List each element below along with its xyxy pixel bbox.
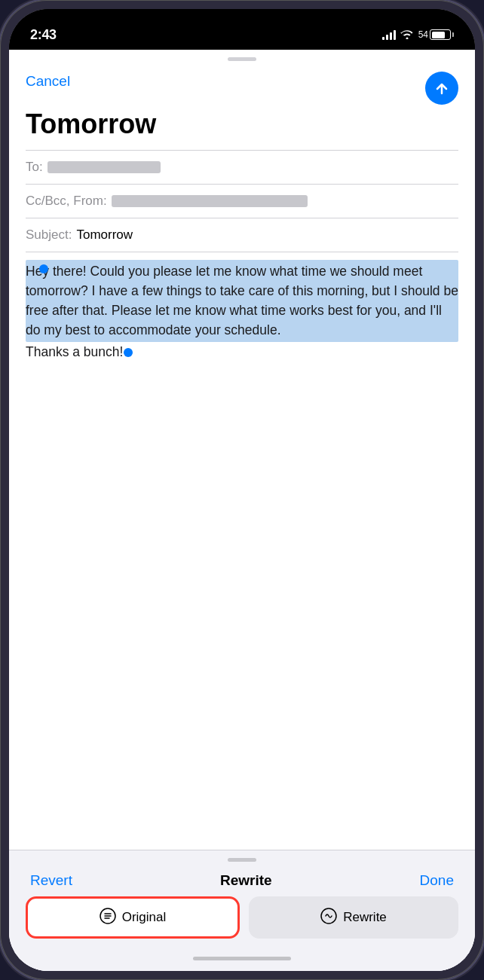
to-label: To:	[26, 160, 43, 175]
original-pill-label: Original	[122, 910, 167, 925]
phone-screen: 2:43	[9, 9, 475, 971]
done-button[interactable]: Done	[420, 872, 454, 889]
selected-text[interactable]: Hey there! Could you please let me know …	[26, 260, 458, 342]
cc-bcc-field-row: Cc/Bcc, From:	[9, 185, 475, 218]
rewrite-icon	[320, 908, 337, 928]
original-icon	[100, 908, 116, 928]
to-field-row: To:	[9, 151, 475, 184]
signal-icon	[382, 29, 396, 40]
sheet-handle	[9, 50, 475, 67]
center-rewrite-label: Rewrite	[220, 872, 272, 889]
status-time: 2:43	[30, 27, 57, 43]
cc-bcc-recipient-placeholder[interactable]	[112, 195, 308, 207]
email-app: Cancel Tomorrow To:	[9, 50, 475, 971]
rewrite-pill-label: Rewrite	[343, 910, 387, 925]
email-body[interactable]: Hey there! Could you please let me know …	[9, 252, 475, 555]
normal-text[interactable]: Thanks a bunch!	[26, 344, 123, 359]
status-icons: 54	[382, 29, 454, 41]
selection-cursor-top	[39, 264, 48, 273]
email-header: Cancel Tomorrow	[9, 67, 475, 150]
home-indicator	[9, 951, 475, 971]
pill-buttons-row: Original Rewrite	[9, 896, 475, 951]
battery-icon: 54	[418, 29, 454, 40]
revert-button[interactable]: Revert	[30, 872, 72, 889]
bottom-toolbar-area: Revert Rewrite Done	[9, 850, 475, 971]
drag-handle	[228, 57, 256, 61]
send-button[interactable]	[425, 72, 458, 105]
home-bar	[193, 957, 291, 960]
bottom-drag-handle	[228, 858, 256, 862]
email-title: Tomorrow	[26, 109, 458, 139]
phone-frame: 2:43	[0, 0, 484, 980]
battery-percent: 54	[418, 29, 428, 40]
dynamic-island	[197, 20, 287, 47]
cc-bcc-label: Cc/Bcc, From:	[26, 194, 107, 209]
status-bar: 2:43	[9, 9, 475, 50]
wifi-icon	[400, 29, 414, 41]
subject-label: Subject:	[26, 227, 72, 243]
toolbar-row: Revert Rewrite Done	[9, 862, 475, 896]
cancel-button[interactable]: Cancel	[26, 70, 70, 93]
original-pill-button[interactable]: Original	[26, 896, 240, 939]
subject-value[interactable]: Tomorrow	[76, 227, 133, 243]
rewrite-pill-button[interactable]: Rewrite	[249, 896, 458, 939]
subject-field-row: Subject: Tomorrow	[9, 218, 475, 252]
to-recipient-placeholder[interactable]	[47, 161, 161, 173]
selection-cursor-bottom	[124, 348, 133, 357]
